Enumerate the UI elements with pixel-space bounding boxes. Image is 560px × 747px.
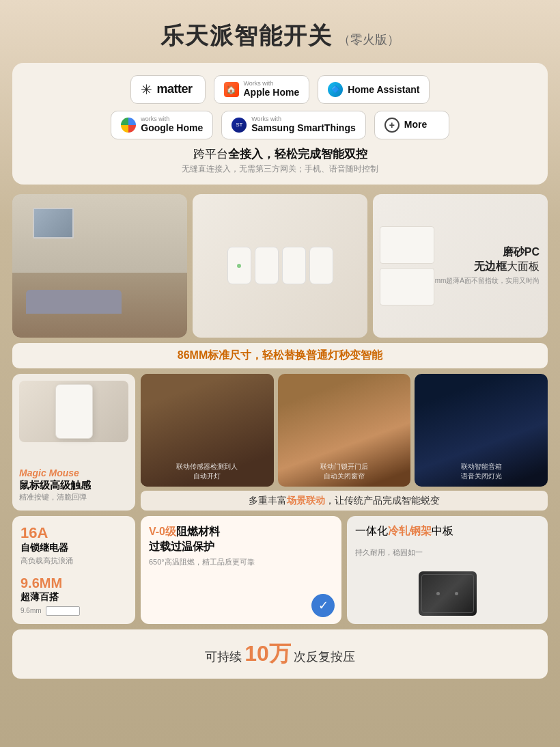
switch-btn-3 <box>282 247 306 284</box>
ruler-label: 9.6mm <box>20 607 42 614</box>
living-room-sim <box>12 194 187 338</box>
product-grid: 磨砂PC 无边框大面板 9.6mm超薄A面不留指纹，实用又时尚 <box>12 194 548 338</box>
flame-v0: V-0级 <box>149 526 176 537</box>
steel-screws <box>436 592 458 595</box>
scene-photo-2: 联动门锁开门后 自动关闭窗帘 <box>278 374 411 487</box>
scene-1-caption: 联动传感器检测到人 自动开灯 <box>141 462 274 481</box>
main-title: 乐天派智能开关 <box>160 23 333 49</box>
switch-btn-1 <box>227 247 251 284</box>
apple-home-text: Works with Apple Home <box>244 81 300 98</box>
apple-home-icon: 🏠 <box>224 82 239 97</box>
matter-label: matter <box>157 82 193 96</box>
steel-prefix: 一体化 <box>355 525 388 537</box>
badge-samsung: ST Works with Samsung SmartThings <box>221 111 365 139</box>
badge-row-2: works with Google Home ST Works with Sam… <box>26 111 534 139</box>
press-suffix: 次反复按压 <box>294 650 355 664</box>
scene-2-line1: 联动门锁开门后 <box>320 463 368 470</box>
size-caption-bar: 86MM标准尺寸，轻松替换普通灯秒变智能 <box>12 343 548 368</box>
screw-1 <box>436 592 440 595</box>
scene-1-line1: 联动传感器检测到人 <box>176 463 238 470</box>
compat-sub: 无缝直连接入，无需第三方网关；手机、语音随时控制 <box>26 163 534 175</box>
flame-text1: 阻燃材料 <box>176 526 220 537</box>
switch-btn-2 <box>255 247 279 284</box>
panel-suffix: 大面板 <box>507 260 540 272</box>
scene-headline-text: 多重丰富场景联动，让传统产品完成智能蜕变 <box>249 495 440 506</box>
samsung-text: Works with Samsung SmartThings <box>251 116 355 134</box>
badge-apple-home: 🏠 Works with Apple Home <box>214 75 310 104</box>
google-home-text: works with Google Home <box>141 116 203 134</box>
panel-line2: 无边框 <box>474 260 507 272</box>
panel-lines <box>380 201 434 331</box>
samsung-small: Works with <box>251 116 355 122</box>
steel-frame <box>421 574 474 613</box>
steel-sub: 持久耐用，稳固如一 <box>355 547 540 558</box>
sub-title: （零火版） <box>338 33 400 46</box>
hand-photo-sim <box>19 381 128 442</box>
relay-sub: 高负载高抗浪涌 <box>20 556 127 566</box>
screw-2 <box>455 592 458 595</box>
scene-3-bg: 联动智能音箱 语音关闭灯光 <box>415 374 548 487</box>
relay-feature: 16A 自锁继电器 高负载高抗浪涌 <box>20 524 127 566</box>
panel-line-2 <box>380 268 434 305</box>
switch-btn-4 <box>309 247 333 284</box>
press-count-card: 可持续 10万 次反复按压 <box>12 629 548 679</box>
more-icon: + <box>384 118 400 133</box>
matter-icon: ✳ <box>141 81 152 98</box>
press-number: 10万 <box>244 641 291 666</box>
magic-mouse-brand: Magic Mouse <box>19 467 128 478</box>
scene-2-caption: 联动门锁开门后 自动关闭窗帘 <box>278 462 411 481</box>
panel-sub: 9.6mm超薄A面不留指纹，实用又时尚 <box>425 276 540 286</box>
magic-scene-grid: Magic Mouse 鼠标级高级触感 精准按键，清脆回弹 联动传感器检测到人 … <box>12 374 548 511</box>
ruler-bar <box>46 606 80 616</box>
flame-sub: 650°高温阻燃，精工品质更可靠 <box>149 557 333 567</box>
flame-title: V-0级阻燃材料 过载过温保护 <box>149 524 333 555</box>
samsung-label: Samsung SmartThings <box>251 122 355 134</box>
magic-mouse-text: Magic Mouse 鼠标级高级触感 精准按键，清脆回弹 <box>19 467 128 502</box>
scene-3-line2: 语音关闭灯光 <box>461 472 502 480</box>
magic-mouse-title: 鼠标级高级触感 <box>19 478 128 492</box>
steel-card: 一体化冷轧钢架中板 持久耐用，稳固如一 <box>347 516 548 624</box>
badge-row-1: ✳ matter 🏠 Works with Apple Home 🔷 Home … <box>26 75 534 104</box>
magic-mouse-sub: 精准按键，清脆回弹 <box>19 492 128 502</box>
scene-headline-bar: 多重丰富场景联动，让传统产品完成智能蜕变 <box>141 491 548 511</box>
panel-line1: 磨砂PC <box>503 246 540 258</box>
title-section: 乐天派智能开关 （零火版） <box>12 14 548 52</box>
badge-google-home: works with Google Home <box>111 111 213 139</box>
scene-photos-row: 联动传感器检测到人 自动开灯 联动门锁开门后 自动关闭窗帘 <box>141 374 548 487</box>
google-small: works with <box>141 116 203 122</box>
google-icon <box>121 118 136 133</box>
press-prefix: 可持续 <box>205 650 242 664</box>
thickness-num: 9.6MM <box>20 575 127 591</box>
scene-2-bg: 联动门锁开门后 自动关闭窗帘 <box>278 374 411 487</box>
switch-hand <box>55 384 93 439</box>
scene-3-caption: 联动智能音箱 语音关闭灯光 <box>415 462 548 481</box>
flame-check-icon: ✓ <box>311 594 335 617</box>
steel-img <box>419 571 477 616</box>
ha-icon: 🔷 <box>328 82 343 97</box>
scenes-right: 联动传感器检测到人 自动开灯 联动门锁开门后 自动关闭窗帘 <box>141 374 548 511</box>
panel-photo: 磨砂PC 无边框大面板 9.6mm超薄A面不留指纹，实用又时尚 <box>373 194 548 338</box>
ha-label: Home Assistant <box>348 84 419 96</box>
relay-card: 16A 自锁继电器 高负载高抗浪涌 9.6MM 超薄百搭 9.6mm <box>12 516 135 624</box>
panel-line-1 <box>380 226 434 264</box>
size-caption-orange: 86MM标准尺寸，轻松替换普通灯秒变智能 <box>178 349 382 361</box>
google-label: Google Home <box>141 122 203 134</box>
scene-photo-3: 联动智能音箱 语音关闭灯光 <box>415 374 548 487</box>
magic-mouse-card: Magic Mouse 鼠标级高级触感 精准按键，清脆回弹 <box>12 374 135 511</box>
relay-title: 自锁继电器 <box>20 542 127 554</box>
samsung-icon: ST <box>232 118 247 133</box>
ruler-section: 9.6mm <box>20 606 127 616</box>
scene-bold: 场景联动 <box>287 495 325 506</box>
compat-prefix: 跨平台 <box>193 148 228 161</box>
scene-photo-1: 联动传感器检测到人 自动开灯 <box>141 374 274 487</box>
badge-more[interactable]: + More <box>374 111 449 139</box>
steel-title: 一体化冷轧钢架中板 <box>355 524 540 539</box>
compat-headline-text: 跨平台全接入，轻松完成智能双控 <box>26 146 534 162</box>
scene-3-line1: 联动智能音箱 <box>461 463 502 470</box>
apple-home-label: Apple Home <box>244 87 300 98</box>
features-section: 16A 自锁继电器 高负载高抗浪涌 9.6MM 超薄百搭 9.6mm V-0级阻… <box>12 516 548 624</box>
thickness-title: 超薄百搭 <box>20 591 127 603</box>
scene-1-line2: 自动开灯 <box>193 472 221 480</box>
compat-section: ✳ matter 🏠 Works with Apple Home 🔷 Home … <box>12 63 548 185</box>
compat-headline: 跨平台全接入，轻松完成智能双控 无缝直连接入，无需第三方网关；手机、语音随时控制 <box>26 146 534 175</box>
